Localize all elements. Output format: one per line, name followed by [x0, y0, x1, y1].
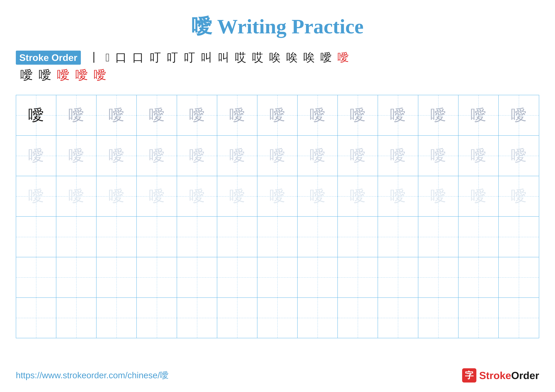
practice-grid: 噯 噯 噯 噯 噯 噯 噯 噯 噯	[16, 95, 539, 338]
grid-cell-2-4[interactable]: 噯	[137, 136, 177, 176]
grid-cell-3-2[interactable]: 噯	[56, 176, 96, 216]
stroke-step-20-red: 噯	[75, 67, 88, 84]
practice-char-medium: 噯	[68, 107, 84, 123]
grid-cell-3-8[interactable]: 噯	[298, 176, 338, 216]
grid-cell-6-13[interactable]	[499, 298, 539, 338]
grid-cell-4-3[interactable]	[96, 217, 137, 257]
grid-cell-1-1[interactable]: 噯	[16, 95, 56, 135]
grid-cell-4-9[interactable]	[338, 217, 378, 257]
grid-cell-2-11[interactable]: 噯	[418, 136, 459, 176]
grid-cell-5-13[interactable]	[499, 257, 539, 297]
grid-cell-2-13[interactable]: 噯	[499, 136, 539, 176]
practice-char-light: 噯	[470, 148, 486, 164]
grid-cell-3-9[interactable]: 噯	[338, 176, 378, 216]
grid-cell-2-2[interactable]: 噯	[56, 136, 96, 176]
grid-cell-2-9[interactable]: 噯	[338, 136, 378, 176]
grid-cell-3-6[interactable]: 噯	[217, 176, 257, 216]
grid-cell-5-4[interactable]	[137, 257, 177, 297]
practice-char-light: 噯	[229, 148, 245, 164]
grid-cell-1-2[interactable]: 噯	[56, 95, 96, 135]
grid-cell-1-12[interactable]: 噯	[459, 95, 499, 135]
grid-row-3: 噯 噯 噯 噯 噯 噯 噯 噯 噯	[16, 176, 539, 217]
practice-char-light: 噯	[189, 148, 205, 164]
grid-cell-5-7[interactable]	[257, 257, 298, 297]
practice-char-medium: 噯	[350, 107, 366, 123]
grid-cell-1-8[interactable]: 噯	[298, 95, 338, 135]
grid-cell-3-10[interactable]: 噯	[378, 176, 418, 216]
grid-cell-1-11[interactable]: 噯	[418, 95, 459, 135]
grid-cell-5-12[interactable]	[459, 257, 499, 297]
grid-cell-4-7[interactable]	[257, 217, 298, 257]
grid-cell-6-5[interactable]	[177, 298, 217, 338]
grid-cell-2-12[interactable]: 噯	[459, 136, 499, 176]
grid-cell-5-6[interactable]	[217, 257, 257, 297]
grid-cell-1-10[interactable]: 噯	[378, 95, 418, 135]
grid-cell-1-6[interactable]: 噯	[217, 95, 257, 135]
grid-cell-6-6[interactable]	[217, 298, 257, 338]
grid-cell-5-2[interactable]	[56, 257, 96, 297]
grid-cell-4-4[interactable]	[137, 217, 177, 257]
grid-cell-2-1[interactable]: 噯	[16, 136, 56, 176]
grid-cell-4-12[interactable]	[459, 217, 499, 257]
grid-cell-4-6[interactable]	[217, 217, 257, 257]
grid-row-2: 噯 噯 噯 噯 噯 噯 噯 噯 噯	[16, 136, 539, 176]
grid-cell-5-10[interactable]	[378, 257, 418, 297]
grid-cell-6-3[interactable]	[96, 298, 137, 338]
grid-cell-4-11[interactable]	[418, 217, 459, 257]
grid-cell-5-5[interactable]	[177, 257, 217, 297]
grid-cell-6-4[interactable]	[137, 298, 177, 338]
grid-cell-4-5[interactable]	[177, 217, 217, 257]
grid-cell-1-13[interactable]: 噯	[499, 95, 539, 135]
grid-cell-6-10[interactable]	[378, 298, 418, 338]
practice-char-light: 噯	[109, 148, 124, 164]
grid-cell-2-3[interactable]: 噯	[96, 136, 137, 176]
grid-cell-2-5[interactable]: 噯	[177, 136, 217, 176]
stroke-step-5: 叮	[150, 50, 161, 65]
grid-cell-2-10[interactable]: 噯	[378, 136, 418, 176]
grid-cell-3-12[interactable]: 噯	[459, 176, 499, 216]
practice-char-light: 噯	[350, 148, 366, 164]
grid-cell-3-5[interactable]: 噯	[177, 176, 217, 216]
grid-cell-6-8[interactable]	[298, 298, 338, 338]
grid-cell-5-3[interactable]	[96, 257, 137, 297]
grid-cell-4-8[interactable]	[298, 217, 338, 257]
stroke-step-13: 唉	[286, 50, 298, 65]
footer-url[interactable]: https://www.strokeorder.com/chinese/噯	[16, 370, 169, 381]
practice-char-medium: 噯	[310, 107, 325, 123]
grid-cell-1-5[interactable]: 噯	[177, 95, 217, 135]
grid-cell-3-13[interactable]: 噯	[499, 176, 539, 216]
grid-cell-1-7[interactable]: 噯	[257, 95, 298, 135]
grid-cell-1-3[interactable]: 噯	[96, 95, 137, 135]
grid-cell-2-7[interactable]: 噯	[257, 136, 298, 176]
grid-cell-6-12[interactable]	[459, 298, 499, 338]
grid-cell-6-1[interactable]	[16, 298, 56, 338]
grid-cell-5-9[interactable]	[338, 257, 378, 297]
grid-cell-4-10[interactable]	[378, 217, 418, 257]
grid-cell-2-6[interactable]: 噯	[217, 136, 257, 176]
grid-cell-6-7[interactable]	[257, 298, 298, 338]
grid-cell-3-3[interactable]: 噯	[96, 176, 137, 216]
grid-cell-2-8[interactable]: 噯	[298, 136, 338, 176]
grid-cell-6-2[interactable]	[56, 298, 96, 338]
grid-cell-5-8[interactable]	[298, 257, 338, 297]
grid-cell-4-2[interactable]	[56, 217, 96, 257]
stroke-step-12: 唉	[269, 50, 280, 65]
grid-cell-1-9[interactable]: 噯	[338, 95, 378, 135]
grid-cell-5-11[interactable]	[418, 257, 459, 297]
grid-cell-3-7[interactable]: 噯	[257, 176, 298, 216]
grid-cell-5-1[interactable]	[16, 257, 56, 297]
practice-char-medium: 噯	[270, 107, 285, 123]
grid-cell-3-1[interactable]: 噯	[16, 176, 56, 216]
grid-cell-1-4[interactable]: 噯	[137, 95, 177, 135]
grid-cell-3-11[interactable]: 噯	[418, 176, 459, 216]
grid-cell-3-4[interactable]: 噯	[137, 176, 177, 216]
practice-char-very-light: 噯	[68, 188, 84, 204]
grid-cell-4-1[interactable]	[16, 217, 56, 257]
stroke-step-18: 噯	[39, 67, 51, 84]
stroke-step-14: 唉	[303, 50, 315, 65]
grid-cell-6-11[interactable]	[418, 298, 459, 338]
stroke-step-1: 丨	[88, 50, 100, 65]
footer-logo: 字 StrokeOrder	[462, 368, 539, 383]
grid-cell-4-13[interactable]	[499, 217, 539, 257]
grid-cell-6-9[interactable]	[338, 298, 378, 338]
